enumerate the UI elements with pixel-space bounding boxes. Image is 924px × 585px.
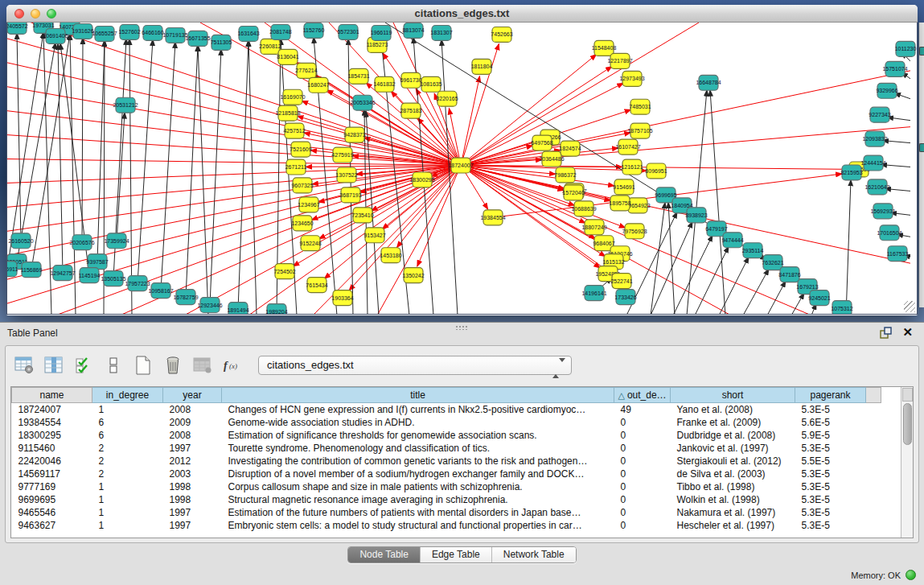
select-all-columns-icon[interactable] — [73, 355, 94, 376]
graph-node[interactable]: 19384554 — [480, 210, 505, 225]
column-header[interactable]: year — [163, 388, 222, 403]
table-cell[interactable]: Hescheler et al. (1997) — [671, 519, 795, 532]
float-panel-icon[interactable] — [880, 327, 892, 342]
graph-node[interactable]: 1891494 — [227, 303, 248, 314]
table-row[interactable]: 1938455462009Genome-wide association stu… — [12, 416, 881, 429]
graph-node[interactable]: 1931626 — [72, 23, 93, 39]
graph-node[interactable]: 15751074 — [882, 61, 907, 76]
graph-node[interactable]: 3220165 — [436, 91, 458, 106]
splitter-grip[interactable] — [455, 325, 468, 330]
table-cell[interactable]: 5.6E-5 — [795, 416, 866, 429]
graph-node[interactable]: 20206576 — [69, 235, 94, 250]
table-cell[interactable]: 49 — [614, 403, 671, 416]
graph-node[interactable]: 20053346 — [350, 95, 375, 110]
table-cell[interactable]: Stergiakouli et al. (2012) — [671, 455, 795, 468]
graph-node[interactable]: 7452663 — [491, 27, 512, 42]
column-header[interactable]: short — [671, 388, 795, 403]
graph-node[interactable]: 9397587 — [86, 254, 108, 270]
graph-node[interactable]: 12923446 — [197, 298, 222, 313]
graph-node[interactable]: 1631643 — [237, 26, 259, 41]
graph-node[interactable]: 1350242 — [402, 268, 424, 283]
tab-network-table[interactable]: Network Table — [491, 547, 576, 562]
table-cell[interactable]: 18724007 — [12, 403, 92, 416]
graph-node[interactable]: 1680247 — [307, 77, 329, 93]
table-cell[interactable]: 1998 — [163, 493, 222, 506]
graph-node[interactable]: 12942757 — [50, 266, 75, 281]
graph-node[interactable]: 9153427 — [363, 228, 385, 243]
scrollbar-thumb[interactable] — [903, 403, 912, 445]
table-cell[interactable]: Wolkin et al. (1998) — [671, 493, 795, 506]
graph-node[interactable]: 7986372 — [554, 167, 576, 183]
column-header[interactable]: title — [222, 388, 614, 403]
table-cell[interactable]: Embryonic stem cells: a model to study s… — [222, 519, 614, 532]
graph-node[interactable]: 9329966 — [876, 83, 897, 98]
table-row[interactable]: 911546021997Tourette syndrome. Phenomeno… — [12, 442, 881, 455]
graph-node[interactable]: 17016504 — [877, 225, 901, 241]
graph-node[interactable]: 16210643 — [864, 179, 889, 195]
table-cell[interactable]: 5.3E-5 — [795, 468, 866, 480]
graph-node[interactable]: 8215953 — [840, 165, 862, 180]
graph-node[interactable]: 1895758 — [609, 196, 630, 211]
create-table-icon[interactable] — [133, 355, 154, 376]
table-cell[interactable]: 2009 — [163, 416, 222, 429]
table-cell[interactable]: 0 — [614, 519, 671, 532]
graph-node[interactable]: 3687193 — [339, 187, 361, 203]
table-row[interactable]: 977716911998Corpus callosum shape and si… — [12, 480, 881, 493]
close-panel-icon[interactable]: ✕ — [902, 325, 913, 340]
table-cell[interactable]: 2 — [92, 468, 163, 480]
graph-node[interactable]: 2522741 — [610, 274, 632, 289]
table-cell[interactable]: 0 — [614, 429, 671, 442]
table-row[interactable]: 969969511998Structural magnetic resonanc… — [12, 493, 881, 506]
graph-node[interactable]: 1011230 — [895, 41, 917, 56]
table-cell[interactable]: 5.3E-5 — [795, 442, 866, 455]
table-cell[interactable]: 2008 — [163, 429, 222, 442]
table-cell[interactable]: 2012 — [163, 455, 222, 468]
table-cell[interactable]: de Silva et al. (2003) — [671, 468, 795, 480]
table-cell[interactable]: 9777169 — [12, 480, 92, 493]
graph-node[interactable]: 12217897 — [607, 53, 632, 68]
graph-node[interactable]: 6961730 — [400, 72, 421, 88]
table-cell[interactable]: Nakamura et al. (1997) — [671, 506, 795, 519]
graph-node[interactable]: 1234650 — [291, 216, 313, 231]
table-cell[interactable]: 0 — [614, 416, 671, 429]
graph-node[interactable]: 18724007 — [448, 158, 473, 173]
graph-node[interactable]: 8938923 — [685, 208, 707, 223]
table-cell[interactable]: Disruption of a novel member of a sodium… — [222, 468, 614, 480]
graph-node[interactable]: 12444154 — [860, 155, 885, 171]
graph-node[interactable]: 10688639 — [571, 201, 596, 216]
graph-node[interactable]: 9227343 — [869, 107, 890, 122]
graph-node[interactable]: 1216121 — [621, 159, 643, 175]
delete-rows-icon[interactable] — [162, 355, 183, 376]
delete-table-disabled-icon[interactable] — [192, 355, 213, 376]
table-cell[interactable]: 1 — [92, 493, 163, 506]
graph-node[interactable]: 1527602 — [118, 24, 140, 39]
graph-node[interactable]: 1811804 — [471, 59, 493, 74]
table-cell[interactable]: 2 — [92, 455, 163, 468]
graph-node[interactable]: 7485031 — [629, 99, 651, 114]
graph-node[interactable]: 8813074 — [402, 23, 424, 38]
table-cell[interactable]: 5.3E-5 — [795, 519, 866, 532]
network-canvas[interactable]: 1872400722608128136041277621416802471616… — [6, 23, 918, 315]
table-cell[interactable]: 1 — [92, 519, 163, 532]
table-cell[interactable]: 1997 — [163, 506, 222, 519]
table-row[interactable]: 1872400712008Changes of HCN gene express… — [12, 403, 881, 416]
table-cell[interactable]: 9115460 — [12, 442, 92, 455]
table-cell[interactable]: 9463627 — [12, 519, 92, 532]
table-cell[interactable]: 5.3E-5 — [795, 493, 866, 506]
graph-node[interactable]: 2671211 — [285, 159, 307, 175]
graph-node[interactable]: 6497568 — [531, 135, 552, 150]
graph-node[interactable]: 2081748 — [269, 24, 291, 39]
table-row[interactable]: 946362711997Embryonic stem cells: a mode… — [12, 519, 881, 532]
table-cell[interactable]: 1998 — [163, 480, 222, 493]
graph-node[interactable]: 8471876 — [778, 267, 800, 282]
table-cell[interactable]: 2003 — [163, 468, 222, 480]
graph-node[interactable]: 12973493 — [619, 71, 644, 86]
graph-node[interactable]: 12185818 — [275, 105, 300, 121]
table-cell[interactable]: 1 — [92, 506, 163, 519]
tab-edge-table[interactable]: Edge Table — [420, 547, 491, 562]
column-header[interactable]: △out_de… — [614, 388, 671, 403]
table-cell[interactable]: 6 — [92, 416, 163, 429]
table-cell[interactable]: 6 — [92, 429, 163, 442]
table-cell[interactable]: Changes of HCN gene expression and I(f) … — [222, 403, 614, 416]
graph-node[interactable]: 1145194 — [79, 268, 101, 283]
